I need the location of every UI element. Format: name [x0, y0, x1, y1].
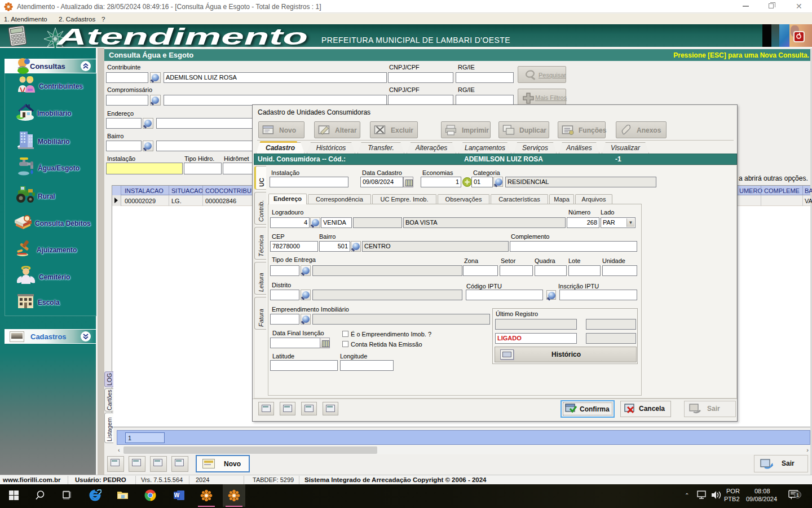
svg-text:W: W [174, 492, 180, 498]
